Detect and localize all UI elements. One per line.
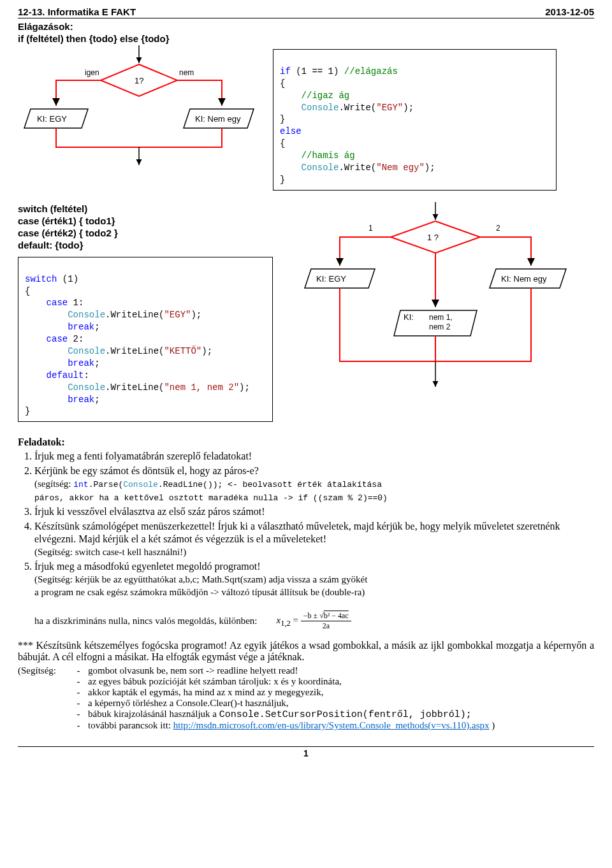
code-box-switch: switch (1) { case 1: Console.WriteLine("… xyxy=(18,257,273,423)
flow1-out2: KI: Nem egy xyxy=(195,114,241,124)
section2: switch (feltétel) case (érték1) { todo1}… xyxy=(18,202,594,423)
header-right: 2013-12-05 xyxy=(545,6,594,17)
flow2-out3c: nem 2 xyxy=(429,322,451,331)
hints-label: (Segítség: xyxy=(18,665,69,676)
task-1: Írjuk meg a fenti folyamatábrán szereplő… xyxy=(34,450,594,463)
flowchart-switch: 1 ? 1 2 KI: EGY KI: Nem egy KI: xyxy=(298,202,572,393)
flow1-yes: igen xyxy=(85,68,99,77)
flowchart-if: 1? igen nem KI: EGY KI: Nem egy xyxy=(18,45,260,166)
code-box-if: if (1 == 1) //elágazás { //igaz ág Conso… xyxy=(273,49,557,191)
hint-5: bábuk kirajzolásánál használjuk a Consol… xyxy=(88,709,594,720)
flow2-two: 2 xyxy=(496,224,500,233)
bonus-task: *** Készítsünk kétszemélyes fogócska pro… xyxy=(18,640,594,663)
flow2-cond: 1 ? xyxy=(427,233,439,242)
task-3: Írjuk ki vesszővel elválasztva az első s… xyxy=(34,505,594,518)
hint-2: az egyes bábuk pozícióját két számban tá… xyxy=(88,676,594,687)
tasks-title: Feladatok: xyxy=(18,436,594,449)
task5-disc: ha a diszkrimináns nulla, nincs valós me… xyxy=(34,615,258,627)
task-5: Írjuk meg a másodfokú egyenletet megoldó… xyxy=(34,560,594,631)
section1-title: Elágazások: xyxy=(18,21,594,32)
flow2-out2: KI: Nem egy xyxy=(501,274,547,284)
switch-syntax4: default: {todo} xyxy=(18,240,286,250)
page-number: 1 xyxy=(303,748,309,758)
header-left: 12-13. Informatika E FAKT xyxy=(18,6,136,17)
flow2-one: 1 xyxy=(368,224,373,233)
task-4: Készítsünk számológépet menüszerkezettel… xyxy=(34,520,594,558)
switch-syntax3: case (érték2) { todo2 } xyxy=(18,228,286,238)
flow2-out3a: KI: xyxy=(404,312,414,322)
hint-4: a képernyő törléshez a Console.Clear()-t… xyxy=(88,698,594,709)
page: 12-13. Informatika E FAKT 2013-12-05 Elá… xyxy=(0,0,612,771)
footer: 1 xyxy=(18,746,594,758)
switch-syntax1: switch (feltétel) xyxy=(18,203,286,214)
section1-row: 1? igen nem KI: EGY KI: Nem egy if (1 ==… xyxy=(18,45,594,191)
flow1-out1: KI: EGY xyxy=(37,114,67,124)
section1-syntax: if (feltétel) then {todo} else {todo} xyxy=(18,33,594,44)
flow1-cond: 1? xyxy=(135,76,143,85)
flow2-out1: KI: EGY xyxy=(316,274,346,284)
hints-section: (Segítség: - gombot olvasunk be, nem sor… xyxy=(18,665,594,731)
msdn-link[interactable]: http://msdn.microsoft.com/en-us/library/… xyxy=(173,720,490,730)
hint-6: további parancsok itt: http://msdn.micro… xyxy=(88,720,594,731)
flow2-out3b: nem 1, xyxy=(429,313,453,322)
task-2: Kérjünk be egy számot és döntsük el, hog… xyxy=(34,465,594,503)
flow1-no: nem xyxy=(179,68,194,77)
tasks-section: Feladatok: Írjuk meg a fenti folyamatábr… xyxy=(18,436,594,631)
hint-3: akkor kapták el egymás, ha mind az x min… xyxy=(88,687,594,698)
switch-syntax2: case (érték1) { todo1} xyxy=(18,215,286,226)
quadratic-formula: x1,2 = −b ± √b² − 4ac 2a xyxy=(277,611,351,631)
hint-1: gombot olvasunk be, nem sort -> readline… xyxy=(88,665,594,676)
page-header: 12-13. Informatika E FAKT 2013-12-05 xyxy=(18,6,594,18)
